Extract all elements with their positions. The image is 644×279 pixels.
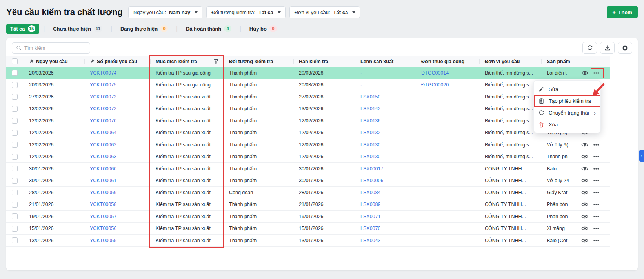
column-header-product[interactable]: Sản phẩm — [541, 56, 580, 67]
table-row[interactable]: 12/02/2026 YCKT00063 Kiểm tra TP sau sản… — [6, 151, 610, 163]
table-row[interactable]: 20/03/2026 YCKT00074 Kiểm tra TP sau gia… — [6, 67, 610, 79]
production-order-link[interactable]: LSX0150 — [360, 94, 380, 100]
row-checkbox[interactable] — [12, 130, 18, 136]
view-icon[interactable] — [581, 189, 588, 196]
view-icon[interactable] — [581, 141, 588, 148]
table-row[interactable]: 12/02/2026 YCKT00070 Kiểm tra TP sau sản… — [6, 115, 610, 127]
view-icon[interactable] — [581, 225, 588, 232]
more-actions-icon[interactable] — [593, 153, 599, 160]
more-actions-icon[interactable] — [593, 201, 599, 208]
production-order-link[interactable]: - — [360, 82, 362, 88]
ticket-link[interactable]: YCKT00055 — [90, 238, 116, 243]
table-row[interactable]: 20/03/2026 YCKT00075 Kiểm tra TP sau gia… — [6, 79, 610, 91]
table-row[interactable]: 12/02/2026 YCKT00062 Kiểm tra TP sau sản… — [6, 139, 610, 151]
row-checkbox[interactable] — [12, 226, 18, 232]
view-icon[interactable] — [581, 201, 588, 208]
production-order-link[interactable]: LSX0043 — [360, 238, 380, 243]
ticket-link[interactable]: YCKT00058 — [90, 202, 116, 207]
row-checkbox[interactable] — [12, 202, 18, 208]
table-row[interactable]: 19/01/2026 YCKT00057 Kiểm tra TP sau sản… — [6, 211, 610, 223]
menu-item-clipboard[interactable]: Tạo phiếu kiểm tra — [534, 95, 600, 107]
production-order-link[interactable]: LSX0136 — [360, 118, 380, 124]
production-order-link[interactable]: LSX0130 — [360, 142, 380, 148]
column-header-production-order[interactable]: Lệnh sản xuất — [355, 56, 416, 67]
tab-tất-cả[interactable]: Tất cả 15 — [6, 24, 39, 34]
more-actions-icon[interactable] — [593, 142, 599, 148]
tab-đã-hoàn-thành[interactable]: Đã hoàn thành 4 — [182, 24, 235, 34]
ticket-link[interactable]: YCKT00063 — [90, 154, 116, 159]
menu-item-trash[interactable]: Xóa — [534, 119, 600, 130]
inspection-object-filter[interactable]: Đối tượng kiểm tra: Tất cả — [206, 6, 285, 18]
table-row[interactable]: 13/02/2026 YCKT00072 Kiểm tra TP sau sản… — [6, 103, 610, 115]
ticket-link[interactable]: YCKT00056 — [90, 226, 116, 231]
view-icon[interactable] — [581, 177, 588, 184]
request-unit-filter[interactable]: Đơn vị yêu cầu: Tất cả — [289, 6, 360, 18]
view-icon[interactable] — [581, 69, 588, 77]
ticket-link[interactable]: YCKT00074 — [90, 70, 116, 76]
add-button[interactable]: + Thêm — [607, 6, 638, 18]
production-order-link[interactable]: - — [360, 70, 362, 76]
side-panel-toggle[interactable]: › — [639, 150, 644, 162]
column-header-object[interactable]: Đối tượng kiểm tra — [224, 56, 293, 67]
table-row[interactable]: 27/02/2026 YCKT00073 Kiểm tra TP sau sản… — [6, 91, 610, 103]
row-checkbox[interactable] — [12, 178, 18, 184]
row-checkbox[interactable] — [12, 190, 18, 195]
outsourcing-order-link[interactable]: ĐTGC00014 — [421, 70, 449, 76]
production-order-link[interactable]: LSX00017 — [360, 166, 383, 171]
ticket-link[interactable]: YCKT00059 — [90, 190, 116, 195]
table-row[interactable]: 30/01/2026 YCKT00060 Kiểm tra TP sau sản… — [6, 163, 610, 175]
more-actions-icon[interactable] — [593, 225, 599, 232]
search-input[interactable] — [24, 45, 86, 51]
ticket-link[interactable]: YCKT00073 — [90, 94, 116, 100]
refresh-button[interactable] — [582, 42, 597, 54]
production-order-link[interactable]: LSX0089 — [360, 202, 380, 207]
column-header-request-unit[interactable]: Đơn vị yêu cầu — [479, 56, 541, 67]
table-row[interactable]: 21/01/2026 YCKT00058 Kiểm tra TP sau sản… — [6, 199, 610, 211]
column-header-purpose[interactable]: Mục đích kiểm tra — [150, 56, 224, 67]
more-actions-icon[interactable] — [593, 70, 599, 76]
column-header-ticket[interactable]: Số phiếu yêu cầu — [84, 56, 150, 67]
production-order-link[interactable]: LSX0084 — [360, 190, 380, 195]
table-row[interactable]: 28/01/2026 YCKT00059 Kiểm tra TP sau sản… — [6, 187, 610, 199]
row-checkbox[interactable] — [12, 106, 18, 112]
row-checkbox[interactable] — [12, 70, 18, 76]
table-row[interactable]: 30/01/2026 YCKT00061 Kiểm tra TP sau sản… — [6, 175, 610, 187]
production-order-link[interactable]: LSX0142 — [360, 106, 380, 111]
ticket-link[interactable]: YCKT00070 — [90, 118, 116, 124]
ticket-link[interactable]: YCKT00072 — [90, 106, 116, 111]
outsourcing-order-link[interactable]: ĐTGC00020 — [421, 82, 449, 88]
row-checkbox[interactable] — [12, 154, 18, 160]
ticket-link[interactable]: YCKT00064 — [90, 130, 116, 135]
more-actions-icon[interactable] — [593, 190, 599, 196]
filter-funnel-icon[interactable] — [214, 59, 219, 64]
ticket-link[interactable]: YCKT00060 — [90, 166, 116, 171]
table-row[interactable]: 12/02/2026 YCKT00064 Kiểm tra TP sau sản… — [6, 127, 610, 139]
ticket-link[interactable]: YCKT00062 — [90, 142, 116, 148]
view-icon[interactable] — [581, 153, 588, 160]
row-checkbox[interactable] — [12, 118, 18, 124]
tab-chưa-thực-hiện[interactable]: Chưa thực hiện 11 — [49, 24, 106, 34]
ticket-link[interactable]: YCKT00061 — [90, 178, 116, 183]
row-checkbox[interactable] — [12, 94, 18, 100]
request-date-filter[interactable]: Ngày yêu cầu: Năm nay — [128, 6, 202, 18]
column-header-date[interactable]: Ngày yêu cầu — [24, 56, 84, 67]
ticket-link[interactable]: YCKT00075 — [90, 82, 116, 88]
search-box[interactable] — [12, 42, 90, 54]
column-header-outsourcing-order[interactable]: Đơn thuê gia công — [416, 56, 479, 67]
view-icon[interactable] — [581, 165, 588, 172]
settings-button[interactable] — [618, 42, 632, 54]
row-checkbox[interactable] — [12, 166, 18, 171]
table-row[interactable]: 13/01/2026 YCKT00055 Kiểm tra TP sau sản… — [6, 235, 610, 247]
row-checkbox[interactable] — [12, 142, 18, 148]
select-all-checkbox[interactable] — [12, 58, 18, 64]
column-header-deadline[interactable]: Hạn kiểm tra — [293, 56, 355, 67]
view-icon[interactable] — [581, 213, 588, 220]
more-actions-icon[interactable] — [593, 213, 599, 220]
menu-item-change-status[interactable]: Chuyển trạng thái › — [534, 107, 600, 119]
row-checkbox[interactable] — [12, 213, 18, 219]
row-checkbox[interactable] — [12, 82, 18, 88]
production-order-link[interactable]: LSX0071 — [360, 214, 380, 219]
more-actions-icon[interactable] — [593, 166, 599, 172]
more-actions-icon[interactable] — [593, 177, 599, 184]
view-icon[interactable] — [581, 237, 588, 244]
